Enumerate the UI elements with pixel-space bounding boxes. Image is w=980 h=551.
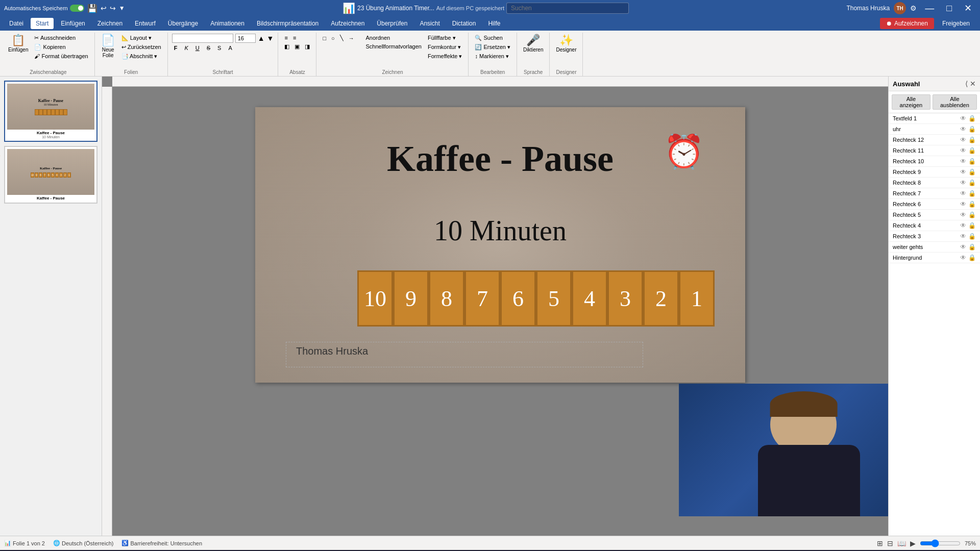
layout-button[interactable]: 📐 Layout ▾ <box>119 34 163 42</box>
slide-1-thumb[interactable]: Kaffee - Pause 10 Minuten <box>4 81 97 142</box>
layer-rechteck4[interactable]: Rechteck 4 👁 🔒 <box>889 220 980 231</box>
eye-icon[interactable]: 👁 <box>960 211 966 218</box>
layer-rechteck11[interactable]: Rechteck 11 👁 🔒 <box>889 145 980 156</box>
timer-box-3[interactable]: 3 <box>607 270 643 327</box>
slide-sorter-icon[interactable]: ⊟ <box>887 539 893 547</box>
menu-zeichnen[interactable]: Zeichnen <box>92 18 128 29</box>
eye-icon[interactable]: 👁 <box>960 179 966 186</box>
schnellformat-button[interactable]: Schnellformatvorlagen <box>363 42 423 51</box>
lock-icon[interactable]: 🔒 <box>968 158 976 165</box>
panel-close-button[interactable]: ✕ <box>970 80 976 88</box>
underline-button[interactable]: U <box>193 44 202 52</box>
minimize-button[interactable]: — <box>921 0 938 16</box>
layer-rechteck6[interactable]: Rechteck 6 👁 🔒 <box>889 199 980 210</box>
layer-uhr[interactable]: uhr 👁 🔒 <box>889 124 980 135</box>
menu-einfuegen[interactable]: Einfügen <box>56 18 90 29</box>
lock-icon[interactable]: 🔒 <box>968 179 976 186</box>
timer-box-6[interactable]: 6 <box>500 270 536 327</box>
menu-animationen[interactable]: Animationen <box>205 18 250 29</box>
fuellung-button[interactable]: Füllffarbe ▾ <box>426 34 464 42</box>
layer-rechteck12[interactable]: Rechteck 12 👁 🔒 <box>889 135 980 145</box>
panel-collapse-button[interactable]: ⟨ <box>965 80 968 88</box>
layer-rechteck8[interactable]: Rechteck 8 👁 🔒 <box>889 178 980 188</box>
menu-start[interactable]: Start <box>31 18 54 29</box>
neue-folie-button[interactable]: 📄 NeueFolie <box>99 34 117 59</box>
layer-rechteck7[interactable]: Rechteck 7 👁 🔒 <box>889 188 980 199</box>
bullet-button[interactable]: ≡ <box>282 34 289 42</box>
reading-view-icon[interactable]: 📖 <box>897 539 906 547</box>
layer-weiter-gehts[interactable]: weiter gehts 👁 🔒 <box>889 242 980 253</box>
timer-box-2[interactable]: 2 <box>643 270 679 327</box>
slide-2-thumb[interactable]: Kaffee - Pause 10 9 8 7 6 5 4 3 2 1 <box>4 146 97 204</box>
ersetzen-button[interactable]: 🔄 Ersetzen ▾ <box>473 43 512 52</box>
layer-rechteck10[interactable]: Rechteck 10 👁 🔒 <box>889 156 980 167</box>
font-size-input[interactable] <box>235 34 256 43</box>
timer-box-5[interactable]: 5 <box>536 270 572 327</box>
layer-rechteck3[interactable]: Rechteck 3 👁 🔒 <box>889 231 980 242</box>
strikethrough-button[interactable]: S <box>205 44 212 52</box>
close-button[interactable]: ✕ <box>960 0 976 16</box>
timer-box-9[interactable]: 9 <box>393 270 429 327</box>
layer-rechteck9[interactable]: Rechteck 9 👁 🔒 <box>889 167 980 178</box>
eye-icon[interactable]: 👁 <box>960 222 966 229</box>
eye-icon[interactable]: 👁 <box>960 158 966 165</box>
slideshow-icon[interactable]: ▶ <box>910 539 916 547</box>
align-center-button[interactable]: ▣ <box>292 42 302 51</box>
layer-rechteck5[interactable]: Rechteck 5 👁 🔒 <box>889 210 980 220</box>
kontur-button[interactable]: Formkontur ▾ <box>426 43 464 52</box>
menu-hilfe[interactable]: Hilfe <box>483 18 505 29</box>
einfuegen-button[interactable]: 📋 Einfügen <box>6 34 30 54</box>
eye-icon[interactable]: 👁 <box>960 254 966 261</box>
show-all-button[interactable]: Alle anzeigen <box>892 94 930 110</box>
zuruecksetzen-button[interactable]: ↩ Zurücksetzen <box>119 43 163 52</box>
arrow-shape[interactable]: → <box>347 34 356 42</box>
eye-icon[interactable]: 👁 <box>960 115 966 122</box>
eye-icon[interactable]: 👁 <box>960 190 966 197</box>
menu-ansicht[interactable]: Ansicht <box>414 18 445 29</box>
normal-view-icon[interactable]: ⊞ <box>877 539 883 547</box>
lock-icon[interactable]: 🔒 <box>968 243 976 251</box>
numbering-button[interactable]: ≡ <box>291 34 298 42</box>
markieren-button[interactable]: ↕ Markieren ▾ <box>473 52 512 61</box>
abschnitt-button[interactable]: 📑 Abschnitt ▾ <box>119 52 163 61</box>
italic-button[interactable]: K <box>182 44 190 52</box>
save-icon[interactable]: 💾 <box>87 4 97 13</box>
slide-subtitle[interactable]: 10 Minuten <box>286 214 715 247</box>
format-button[interactable]: 🖌 Format übertragen <box>32 52 90 60</box>
menu-entwurf[interactable]: Entwurf <box>130 18 161 29</box>
timer-box-7[interactable]: 7 <box>464 270 500 327</box>
lock-icon[interactable]: 🔒 <box>968 136 976 143</box>
aufzeichnen-button[interactable]: ⏺ Aufzeichnen <box>880 18 934 29</box>
hide-all-button[interactable]: Alle ausblenden <box>933 94 977 110</box>
decrease-font-icon[interactable]: ▼ <box>267 34 274 42</box>
designer-button[interactable]: ✨ Designer <box>554 34 578 54</box>
slide-canvas[interactable]: ⏰ Kaffee - Pause 10 Minuten Thomas Hrusk… <box>255 107 745 383</box>
layer-textfeld1[interactable]: Textfeld 1 👁 🔒 <box>889 113 980 124</box>
ausschneiden-button[interactable]: ✂ Ausschneiden <box>32 34 90 42</box>
redo-icon[interactable]: ↪ <box>110 4 116 12</box>
timer-box-8[interactable]: 8 <box>429 270 464 327</box>
timer-box-10[interactable]: 10 <box>357 270 393 327</box>
align-left-button[interactable]: ◧ <box>282 42 291 51</box>
effekt-button[interactable]: Formeffekte ▾ <box>426 52 464 61</box>
increase-font-icon[interactable]: ▲ <box>258 34 265 42</box>
timer-box-1[interactable]: 1 <box>679 270 715 327</box>
eye-icon[interactable]: 👁 <box>960 147 966 154</box>
lock-icon[interactable]: 🔒 <box>968 222 976 229</box>
font-color-button[interactable]: A <box>226 44 234 52</box>
diktieren-button[interactable]: 🎤 Diktieren <box>521 34 545 54</box>
menu-dictation[interactable]: Dictation <box>447 18 481 29</box>
autosave-switch[interactable] <box>70 5 84 12</box>
menu-datei[interactable]: Datei <box>4 18 29 29</box>
align-right-button[interactable]: ◨ <box>303 42 312 51</box>
lock-icon[interactable]: 🔒 <box>968 190 976 197</box>
timer-box-4[interactable]: 4 <box>572 270 607 327</box>
lock-icon[interactable]: 🔒 <box>968 168 976 176</box>
search-input[interactable] <box>506 3 629 14</box>
layer-hintergrund[interactable]: Hintergrund 👁 🔒 <box>889 253 980 263</box>
shadow-button[interactable]: S <box>215 44 223 52</box>
menu-ueberpruefen[interactable]: Überprüfen <box>372 18 412 29</box>
font-family-input[interactable] <box>172 34 233 43</box>
accessibility-status[interactable]: ♿ Barrierefreiheit: Untersuchen <box>121 540 202 546</box>
lock-icon[interactable]: 🔒 <box>968 211 976 218</box>
